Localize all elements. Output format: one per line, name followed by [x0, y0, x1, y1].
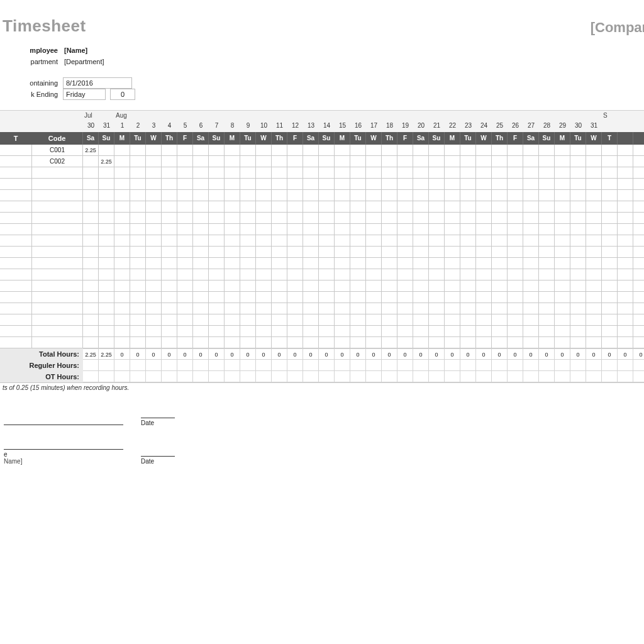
- hour-cell[interactable]: [130, 224, 146, 235]
- hour-cell[interactable]: [193, 247, 209, 258]
- hour-cell[interactable]: [460, 156, 476, 167]
- hour-cell[interactable]: [445, 314, 460, 326]
- hour-cell[interactable]: [146, 156, 162, 167]
- hour-cell[interactable]: [162, 280, 177, 292]
- hour-cell[interactable]: [413, 314, 429, 326]
- hour-cell[interactable]: [429, 280, 445, 292]
- hour-cell[interactable]: [508, 269, 523, 280]
- hour-cell[interactable]: [303, 337, 319, 348]
- hour-cell[interactable]: [287, 213, 303, 224]
- hour-cell[interactable]: [570, 145, 586, 156]
- hour-cell[interactable]: [146, 145, 162, 156]
- hour-cell[interactable]: [287, 179, 303, 190]
- hour-cell[interactable]: [162, 326, 177, 337]
- hour-cell[interactable]: [240, 326, 256, 337]
- hour-cell[interactable]: [429, 337, 445, 348]
- hour-cell[interactable]: [397, 179, 413, 190]
- hour-cell[interactable]: [460, 145, 476, 156]
- hour-cell[interactable]: [240, 201, 256, 213]
- hour-cell[interactable]: [114, 280, 130, 292]
- hour-cell[interactable]: [177, 247, 193, 258]
- hour-cell[interactable]: [130, 156, 146, 167]
- hour-cell[interactable]: [476, 224, 492, 235]
- hour-cell[interactable]: [445, 145, 460, 156]
- hour-cell[interactable]: [397, 280, 413, 292]
- hour-cell[interactable]: [413, 145, 429, 156]
- hour-cell[interactable]: [193, 235, 209, 247]
- hour-cell[interactable]: [570, 156, 586, 167]
- hour-cell[interactable]: [508, 337, 523, 348]
- hour-cell[interactable]: [523, 167, 539, 179]
- hour-cell[interactable]: [476, 247, 492, 258]
- hour-cell[interactable]: [350, 156, 366, 167]
- hour-cell[interactable]: [209, 190, 225, 201]
- hour-cell[interactable]: [83, 235, 99, 247]
- hour-cell[interactable]: [287, 190, 303, 201]
- hour-cell[interactable]: [602, 314, 618, 326]
- hour-cell[interactable]: [335, 314, 350, 326]
- hour-cell[interactable]: [539, 326, 555, 337]
- hour-cell[interactable]: [413, 235, 429, 247]
- hour-cell[interactable]: [492, 314, 508, 326]
- hour-cell[interactable]: [240, 145, 256, 156]
- hour-cell[interactable]: [429, 326, 445, 337]
- hour-cell[interactable]: [335, 337, 350, 348]
- hour-cell[interactable]: [240, 213, 256, 224]
- hour-cell[interactable]: [225, 280, 240, 292]
- hour-cell[interactable]: [177, 326, 193, 337]
- hour-cell[interactable]: [586, 235, 602, 247]
- hour-cell[interactable]: [366, 213, 382, 224]
- hour-cell[interactable]: [319, 213, 335, 224]
- hour-cell[interactable]: [319, 337, 335, 348]
- hour-cell[interactable]: [272, 258, 287, 269]
- hour-cell[interactable]: [99, 337, 114, 348]
- hour-cell[interactable]: [225, 167, 240, 179]
- hour-cell[interactable]: [602, 269, 618, 280]
- hour-cell[interactable]: [397, 303, 413, 314]
- hour-cell[interactable]: [272, 235, 287, 247]
- hour-cell[interactable]: [319, 326, 335, 337]
- hour-cell[interactable]: [602, 179, 618, 190]
- hour-cell[interactable]: [492, 337, 508, 348]
- hour-cell[interactable]: [602, 201, 618, 213]
- hour-cell[interactable]: [476, 190, 492, 201]
- hour-cell[interactable]: [114, 201, 130, 213]
- hour-cell[interactable]: [225, 179, 240, 190]
- hour-cell[interactable]: [162, 167, 177, 179]
- hour-cell[interactable]: [303, 156, 319, 167]
- hour-cell[interactable]: [445, 179, 460, 190]
- hour-cell[interactable]: [209, 292, 225, 303]
- hour-cell[interactable]: [602, 326, 618, 337]
- hour-cell[interactable]: [382, 247, 397, 258]
- hour-cell[interactable]: [445, 269, 460, 280]
- hour-cell[interactable]: [240, 337, 256, 348]
- hour-cell[interactable]: [460, 258, 476, 269]
- hour-cell[interactable]: [429, 145, 445, 156]
- hour-cell[interactable]: [429, 247, 445, 258]
- hour-cell[interactable]: [319, 179, 335, 190]
- hour-cell[interactable]: [602, 258, 618, 269]
- hour-cell[interactable]: [146, 269, 162, 280]
- hour-cell[interactable]: [492, 156, 508, 167]
- hour-cell[interactable]: [272, 213, 287, 224]
- hour-cell[interactable]: [303, 326, 319, 337]
- hour-cell[interactable]: [539, 337, 555, 348]
- hour-cell[interactable]: [303, 145, 319, 156]
- hour-cell[interactable]: [366, 224, 382, 235]
- hour-cell[interactable]: [335, 280, 350, 292]
- hour-cell[interactable]: [476, 326, 492, 337]
- hour-cell[interactable]: [429, 179, 445, 190]
- hour-cell[interactable]: [397, 269, 413, 280]
- hour-cell[interactable]: [429, 156, 445, 167]
- hour-cell[interactable]: [397, 326, 413, 337]
- hour-cell[interactable]: [209, 280, 225, 292]
- hour-cell[interactable]: [83, 303, 99, 314]
- hour-cell[interactable]: [397, 292, 413, 303]
- hour-cell[interactable]: [319, 167, 335, 179]
- hour-cell[interactable]: [445, 247, 460, 258]
- hour-cell[interactable]: [240, 179, 256, 190]
- hour-cell[interactable]: [586, 258, 602, 269]
- hour-cell[interactable]: [209, 303, 225, 314]
- hour-cell[interactable]: [366, 247, 382, 258]
- hour-cell[interactable]: [445, 280, 460, 292]
